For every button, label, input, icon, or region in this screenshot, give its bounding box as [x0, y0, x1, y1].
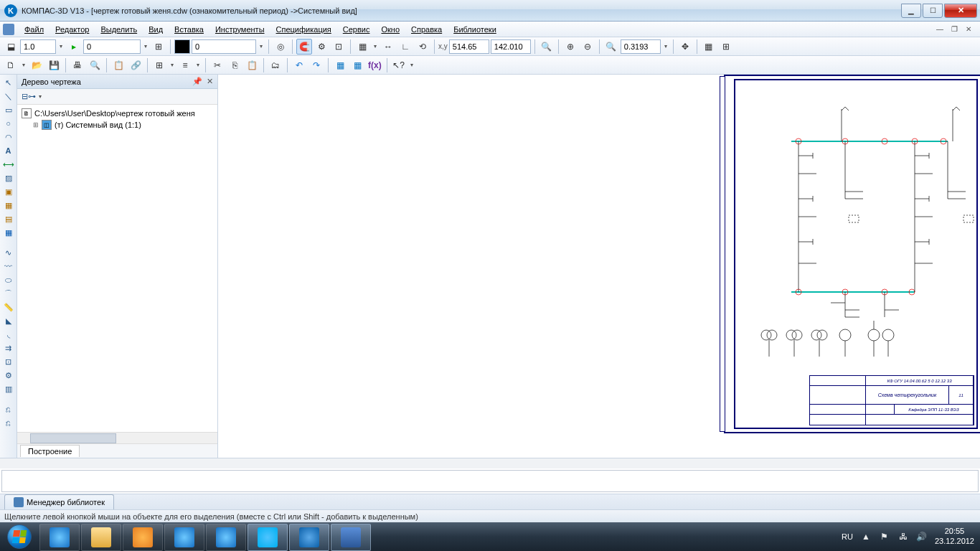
- layer-mgr-button[interactable]: ⊞: [151, 39, 166, 55]
- layers-button[interactable]: ≡: [177, 57, 193, 73]
- zoom-fit-button[interactable]: 🔍: [603, 39, 619, 55]
- tool-lib1[interactable]: ⎌: [1, 402, 16, 415]
- tool-chamfer[interactable]: ◣: [1, 314, 16, 327]
- menu-editor[interactable]: Редактор: [50, 24, 95, 35]
- refresh-button-a[interactable]: ▦: [701, 39, 717, 55]
- tool-hatch[interactable]: ▨: [1, 171, 16, 184]
- layer-dropdown[interactable]: ▾: [142, 43, 149, 50]
- pan-button[interactable]: ✥: [677, 39, 693, 55]
- tree-collapse-button[interactable]: ⊟⊶: [22, 92, 36, 101]
- scale-apply-button[interactable]: ▸: [66, 39, 82, 55]
- tree-close-button[interactable]: ✕: [207, 77, 213, 86]
- views-dd[interactable]: ▾: [169, 62, 176, 68]
- tray-network-icon[interactable]: 🖧: [897, 531, 909, 542]
- btn-fx[interactable]: f(x): [367, 57, 383, 73]
- snap-end-button[interactable]: ⊡: [331, 39, 347, 55]
- open-button[interactable]: 📂: [29, 57, 44, 73]
- menu-spec[interactable]: Спецификация: [270, 24, 337, 35]
- start-button[interactable]: [0, 522, 39, 551]
- btn-vars[interactable]: ▦: [349, 57, 365, 73]
- tree-view-node[interactable]: ⊞ ◫ (т) Системный вид (1:1): [33, 119, 213, 131]
- tray-volume-icon[interactable]: 🔊: [916, 531, 928, 542]
- task-ie[interactable]: [39, 524, 80, 551]
- tool-arc[interactable]: ◠: [1, 131, 16, 143]
- new-dropdown[interactable]: ▾: [20, 62, 27, 68]
- scale-input[interactable]: [20, 39, 56, 54]
- tool-lib2[interactable]: ⎌: [1, 416, 16, 429]
- scale-dropdown[interactable]: ▾: [57, 43, 65, 50]
- tray-flag-icon[interactable]: ⚑: [879, 531, 890, 542]
- tool-views[interactable]: ▦: [1, 226, 16, 239]
- tool-circle[interactable]: ○: [1, 117, 16, 130]
- tree-h-scrollbar[interactable]: [17, 432, 217, 443]
- zoom-input[interactable]: [621, 39, 661, 54]
- help-cursor-button[interactable]: ↖?: [391, 57, 407, 73]
- snap-settings-button[interactable]: ⚙: [314, 39, 329, 55]
- ortho-button[interactable]: ∟: [397, 39, 413, 55]
- refresh-button-b[interactable]: ⊞: [718, 39, 734, 55]
- print-button[interactable]: 🖶: [70, 57, 85, 73]
- grid-dropdown[interactable]: ▾: [372, 43, 379, 50]
- doc-minimize-button[interactable]: ―: [934, 24, 946, 34]
- tool-text[interactable]: A: [1, 144, 16, 157]
- magnet-button[interactable]: 🧲: [296, 39, 312, 55]
- style-input[interactable]: [192, 39, 256, 54]
- views-button[interactable]: ⊞: [151, 57, 167, 73]
- tool-spline[interactable]: 〰: [1, 260, 16, 273]
- task-wmp[interactable]: [123, 524, 163, 551]
- menu-view[interactable]: Вид: [143, 24, 169, 35]
- props-button[interactable]: 🗂: [268, 57, 283, 73]
- tool-measure[interactable]: 📏: [1, 301, 16, 314]
- tray-clock[interactable]: 20:55 23.12.2012: [935, 527, 974, 547]
- zoom-window-button[interactable]: 🔍: [539, 39, 555, 55]
- close-button[interactable]: [944, 4, 977, 18]
- tree-toolbar-dd[interactable]: ▾: [39, 93, 42, 100]
- task-explorer[interactable]: [81, 524, 121, 551]
- tool-table[interactable]: ▦: [1, 199, 16, 212]
- tool-fill[interactable]: ▤: [1, 212, 16, 225]
- drawing-canvas[interactable]: КФ ОГУ 14.04.00.62 5 0 12.12 33 Схема че…: [218, 75, 980, 458]
- doc-restore-button[interactable]: ❐: [948, 24, 960, 34]
- doc-props-button[interactable]: 📋: [110, 57, 126, 73]
- style-dropdown[interactable]: ▾: [258, 43, 265, 50]
- layers-dd[interactable]: ▾: [194, 62, 202, 68]
- tool-symbol[interactable]: ▣: [1, 185, 16, 198]
- grid-button[interactable]: ▦: [354, 39, 370, 55]
- undo-button[interactable]: ↶: [291, 57, 307, 73]
- menu-tools[interactable]: Инструменты: [209, 24, 270, 35]
- app-menu-icon[interactable]: [3, 24, 14, 35]
- tool-edits[interactable]: ⊡: [1, 355, 16, 368]
- tray-up-icon[interactable]: ▲: [860, 531, 872, 542]
- copy-button[interactable]: ⎘: [227, 57, 242, 73]
- preview-button[interactable]: 🔍: [87, 57, 103, 73]
- tree-root[interactable]: 🗎 C:\Users\User\Desktop\чертеж готовый ж…: [22, 108, 213, 119]
- command-input[interactable]: [1, 470, 979, 492]
- tool-spec[interactable]: ▥: [1, 382, 16, 395]
- tool-offset[interactable]: ⇉: [1, 342, 16, 354]
- tool-cont-arc[interactable]: ⌒: [1, 287, 16, 300]
- round-button[interactable]: ⟲: [415, 39, 430, 55]
- tool-select[interactable]: ↖: [1, 76, 16, 89]
- tool-btn-a[interactable]: ◎: [273, 39, 288, 55]
- menu-help[interactable]: Справка: [405, 24, 448, 35]
- task-kompas[interactable]: [289, 524, 329, 551]
- tool-curve[interactable]: ∿: [1, 246, 16, 259]
- menu-insert[interactable]: Вставка: [169, 24, 209, 35]
- task-ie3[interactable]: [206, 524, 246, 551]
- task-ie2[interactable]: [164, 524, 204, 551]
- menu-window[interactable]: Окно: [375, 24, 405, 35]
- tab-library-manager[interactable]: Менеджер библиотек: [4, 494, 114, 509]
- menu-select[interactable]: Выделить: [95, 24, 143, 35]
- paste-button[interactable]: 📋: [244, 57, 260, 73]
- tree-pin-button[interactable]: 📌: [192, 77, 202, 86]
- tree-body[interactable]: 🗎 C:\Users\User\Desktop\чертеж готовый ж…: [17, 105, 217, 432]
- minimize-button[interactable]: [901, 4, 921, 18]
- tool-dim[interactable]: ⟷: [1, 158, 16, 171]
- doc-close-button[interactable]: ✕: [963, 24, 974, 34]
- redo-button[interactable]: ↷: [308, 57, 324, 73]
- new-button[interactable]: 🗋: [3, 57, 19, 73]
- tray-lang[interactable]: RU: [842, 532, 853, 541]
- task-skype[interactable]: [248, 524, 288, 551]
- zoom-dropdown[interactable]: ▾: [662, 43, 669, 50]
- tool-ellipse[interactable]: ⬭: [1, 273, 16, 286]
